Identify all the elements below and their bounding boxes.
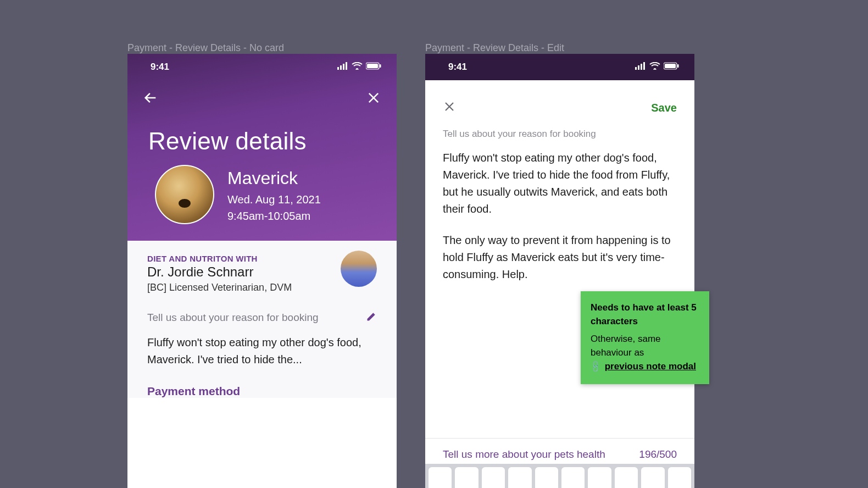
svg-rect-9 [641, 64, 642, 70]
footer-hint: Tell us more about your pets health [443, 448, 605, 461]
reason-label: Tell us about your reason for booking [147, 312, 319, 324]
pet-name: Maverick [227, 165, 321, 191]
svg-rect-5 [367, 64, 378, 68]
battery-icon [366, 62, 381, 73]
edit-reason-button[interactable] [366, 311, 377, 324]
frame-label-right: Payment - Review Details - Edit [425, 42, 564, 54]
pet-info: Maverick Wed. Aug 11, 2021 9:45am-10:05a… [227, 165, 321, 224]
card-body: DIET AND NUTRITON WITH Dr. Jordie Schnar… [127, 241, 397, 398]
status-time: 9:41 [448, 62, 467, 73]
modal-label: Tell us about your reason for booking [443, 129, 677, 140]
status-bar: 9:41 [425, 54, 694, 80]
purple-header: 9:41 Review details Maverick Wed. Aug 11… [127, 54, 397, 241]
doctor-avatar [341, 251, 377, 287]
wifi-icon [352, 62, 363, 73]
phone-edit-modal: 9:41 Save Tell us about your reason for … [425, 54, 694, 488]
modal-footer: Tell us more about your pets health 196/… [425, 438, 694, 461]
appointment-time: 9:45am-10:05am [227, 208, 321, 224]
annotation-sticky-note: Needs to have at least 5 characters Othe… [581, 291, 709, 384]
frame-label-left: Payment - Review Details - No card [127, 42, 284, 54]
reason-text-p2: The only way to prevent it from happenin… [443, 232, 677, 283]
appointment-date: Wed. Aug 11, 2021 [227, 191, 321, 208]
status-time: 9:41 [151, 62, 169, 73]
wifi-icon [649, 62, 660, 73]
modal-save-button[interactable]: Save [651, 102, 677, 114]
sticky-bold: Needs to have at least 5 characters [591, 301, 699, 328]
nav-row [127, 80, 397, 112]
page-title: Review details [127, 112, 397, 165]
status-icons [337, 62, 381, 73]
pet-avatar [155, 165, 214, 224]
reason-textarea[interactable]: Fluffy won't stop eating my other dog's … [443, 149, 677, 283]
reason-preview-text: Fluffy won't stop eating my other dog's … [147, 334, 377, 368]
doctor-credentials: [BC] Licensed Veterinarian, DVM [147, 282, 377, 293]
dark-header: 9:41 [425, 54, 694, 80]
status-icons [635, 62, 679, 73]
svg-rect-1 [340, 65, 342, 70]
svg-rect-10 [643, 62, 645, 70]
char-counter: 196/500 [639, 448, 677, 461]
close-button[interactable] [366, 90, 381, 108]
sticky-link[interactable]: previous note modal [605, 361, 696, 371]
svg-rect-6 [380, 64, 381, 68]
signal-icon [337, 62, 348, 73]
edit-reason-modal: Save Tell us about your reason for booki… [425, 85, 694, 488]
status-bar: 9:41 [127, 54, 397, 80]
link-icon: 🔗 [588, 358, 604, 374]
svg-rect-0 [337, 67, 339, 70]
svg-rect-8 [638, 65, 639, 70]
svg-rect-12 [665, 64, 676, 68]
pet-summary: Maverick Wed. Aug 11, 2021 9:45am-10:05a… [127, 165, 397, 224]
svg-rect-2 [343, 64, 344, 70]
svg-rect-3 [346, 62, 347, 70]
sticky-line1: Otherwise, same behaviour as [591, 334, 661, 358]
svg-rect-13 [677, 64, 679, 68]
keyboard-top-row[interactable] [425, 464, 694, 488]
back-button[interactable] [143, 90, 158, 108]
payment-method-heading: Payment method [147, 385, 377, 398]
svg-rect-7 [635, 67, 637, 70]
modal-close-button[interactable] [443, 100, 456, 115]
battery-icon [664, 62, 679, 73]
phone-review-details: 9:41 Review details Maverick Wed. Aug 11… [127, 54, 397, 488]
reason-text-p1: Fluffy won't stop eating my other dog's … [443, 149, 677, 218]
signal-icon [635, 62, 646, 73]
